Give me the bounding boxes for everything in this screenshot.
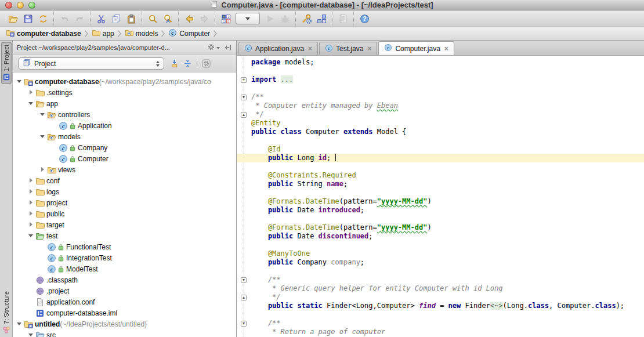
tree-item-test[interactable]: test [13, 230, 236, 241]
gutter [237, 128, 251, 136]
tree-item--classpath[interactable]: .classpath [13, 274, 236, 285]
tree-item-target[interactable]: target [13, 219, 236, 230]
export-icon[interactable] [336, 12, 350, 25]
tree-item-path: (~/workspace/play2/samples/java/co [99, 78, 211, 86]
tree-item-modeltest[interactable]: cModelTest [13, 263, 236, 274]
tree-expanded-arrow-icon[interactable] [16, 321, 23, 327]
tree-collapsed-arrow-icon[interactable] [28, 89, 34, 96]
tree-item-controllers[interactable]: controllers [13, 109, 236, 120]
tree-item-integrationtest[interactable]: cIntegrationTest [13, 252, 236, 263]
find-icon[interactable] [146, 12, 160, 25]
tree-expanded-arrow-icon[interactable] [28, 233, 34, 239]
run-config-selector[interactable] [236, 13, 260, 24]
tree-item-computer[interactable]: cComputer [13, 153, 236, 164]
tree-item-computer-database[interactable]: computer-database (~/workspace/play2/sam… [13, 76, 236, 87]
tree-expanded-arrow-icon[interactable] [16, 78, 23, 85]
fold-start-icon[interactable]: ▾ [241, 95, 247, 100]
hide-panel-icon[interactable] [224, 44, 232, 52]
tree-item-app[interactable]: app [13, 98, 236, 109]
editor-tab-test-java[interactable]: cTest.java× [319, 42, 377, 55]
toolbar-group [90, 12, 142, 26]
class-icon: c [59, 154, 68, 164]
settings-icon[interactable] [299, 12, 313, 25]
tree-item-public[interactable]: public [13, 208, 236, 219]
code-text: public Company company; [251, 258, 364, 267]
editor-tab-computer-java[interactable]: cComputer.java× [378, 41, 454, 55]
editor-tab-application-java[interactable]: cApplication.java× [238, 42, 318, 55]
tree-item-untitled[interactable]: untitled (~/IdeaProjects/test/untitled) [13, 318, 236, 329]
tree-expanded-arrow-icon[interactable] [39, 133, 46, 140]
close-tab-icon[interactable]: × [367, 45, 371, 52]
run-icon[interactable] [263, 12, 277, 25]
tree-collapsed-arrow-icon[interactable] [28, 189, 34, 195]
project-structure-icon[interactable] [314, 12, 328, 25]
tool-window-button-structure[interactable]: 7: Structure [2, 289, 10, 336]
scroll-from-source-icon[interactable] [170, 59, 179, 68]
replace-icon[interactable]: A [161, 12, 175, 25]
tool-window-button-project[interactable]: 1: Project [1, 42, 12, 84]
forward-icon[interactable] [197, 12, 211, 25]
close-tab-icon[interactable]: × [308, 45, 312, 52]
code-line: ▴ */ [237, 110, 644, 119]
tree-item-computer-database-iml[interactable]: computer-database.iml [13, 307, 236, 318]
copy-icon[interactable] [109, 12, 123, 25]
svg-text:c: c [62, 122, 65, 129]
synchronize-icon[interactable] [36, 12, 50, 25]
redo-icon[interactable] [73, 12, 86, 25]
fold-start-icon[interactable]: ▾ [241, 321, 247, 327]
settings-gear-icon[interactable] [202, 59, 211, 68]
tree-item-label: target [46, 221, 64, 229]
zoom-window-button[interactable] [28, 2, 35, 9]
tree-collapsed-arrow-icon[interactable] [28, 200, 34, 206]
fold-expand-icon[interactable]: + [241, 77, 247, 83]
project-view-selector[interactable]: Project [18, 57, 164, 70]
fold-end-icon[interactable]: ▴ [241, 295, 247, 300]
tree-item-company[interactable]: cCompany [13, 142, 236, 153]
tree-expanded-arrow-icon[interactable] [28, 100, 34, 107]
tree-item-views[interactable]: views [13, 164, 236, 175]
tree-collapsed-arrow-icon[interactable] [28, 177, 34, 184]
close-tab-icon[interactable]: × [444, 45, 448, 52]
tree-item-conf[interactable]: conf [13, 175, 236, 186]
open-project-icon[interactable] [6, 12, 20, 25]
svg-text:c: c [50, 255, 53, 261]
fold-start-icon[interactable]: ▾ [241, 277, 247, 283]
tree-item-functionaltest[interactable]: cFunctionalTest [13, 241, 236, 252]
tree-item-src[interactable]: src [13, 329, 236, 337]
paste-icon[interactable] [124, 12, 138, 25]
minimize-window-button[interactable] [17, 2, 24, 9]
tree-collapsed-arrow-icon[interactable] [28, 211, 34, 217]
tree-item-application-conf[interactable]: application.conf [13, 296, 236, 307]
panel-settings-gear-icon[interactable] [207, 43, 220, 52]
breadcrumb-item-app[interactable]: app [91, 28, 115, 39]
undo-icon[interactable] [57, 12, 71, 25]
gutter [237, 232, 251, 241]
tree-item-logs[interactable]: logs [13, 186, 236, 197]
help-icon[interactable]: ? [357, 12, 371, 25]
debug-icon[interactable] [278, 12, 292, 25]
cut-icon[interactable] [94, 12, 108, 25]
tree-item-application[interactable]: cApplication [13, 120, 236, 131]
run-configurations-icon[interactable]: 110 [219, 12, 233, 25]
gutter: + [237, 75, 251, 84]
collapse-all-icon[interactable] [183, 59, 192, 68]
breadcrumb-item-models[interactable]: models [124, 28, 160, 39]
tree-expanded-arrow-icon[interactable] [39, 111, 46, 118]
class-icon: c [59, 143, 68, 153]
tree-collapsed-arrow-icon[interactable] [28, 222, 34, 228]
tree-collapsed-arrow-icon[interactable] [39, 166, 46, 173]
fold-end-icon[interactable]: ▴ [241, 112, 247, 118]
tree-item-label: Company [78, 144, 107, 152]
breadcrumb-item-computer-database[interactable]: computer-database [5, 28, 82, 39]
tree-item--settings[interactable]: .settings [13, 87, 236, 98]
tree-item-project[interactable]: project [13, 197, 236, 208]
tree-item--project[interactable]: .project [13, 285, 236, 296]
save-all-icon[interactable] [21, 12, 35, 25]
back-icon[interactable] [182, 12, 196, 25]
breadcrumb-item-computer[interactable]: cComputer [167, 28, 211, 39]
code-editor[interactable]: package models;+import ...▾/** * Compute… [237, 56, 644, 337]
close-window-button[interactable] [5, 2, 12, 9]
gutter [237, 84, 251, 93]
tree-expanded-arrow-icon[interactable] [28, 332, 34, 337]
tree-item-models[interactable]: models [13, 131, 236, 142]
